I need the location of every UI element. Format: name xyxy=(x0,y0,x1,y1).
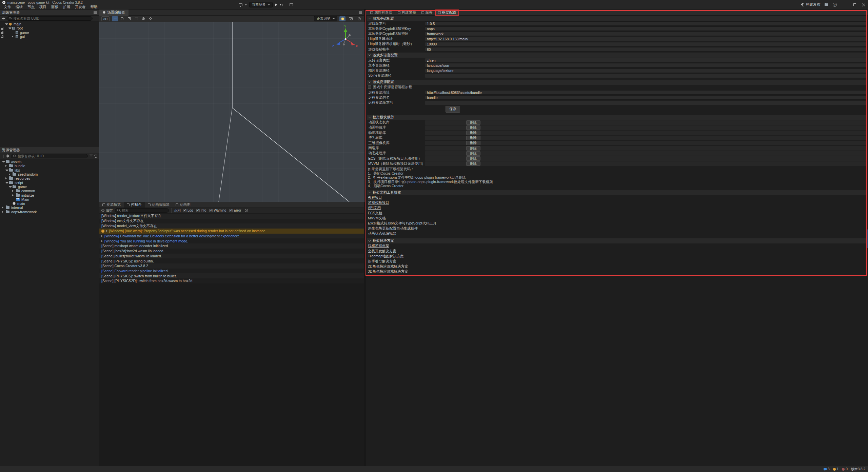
console-tab[interactable]: 动画编辑器 xyxy=(145,202,173,208)
create-node-button[interactable] xyxy=(2,17,5,20)
tree-node[interactable]: initialize xyxy=(0,193,99,197)
log-row[interactable]: [Window] ecs文件夹不存在 xyxy=(99,219,364,224)
tree-node[interactable]: seedrandom xyxy=(0,172,99,176)
doc-link[interactable]: 动画状态机编辑器 xyxy=(368,231,396,236)
log-row[interactable]: [Scene] meshopt wasm decoder initialized xyxy=(99,243,364,249)
rect-tool-button[interactable] xyxy=(133,16,139,21)
scene-light-toggle[interactable] xyxy=(339,16,346,21)
delete-module-button[interactable]: 删除 xyxy=(466,151,480,156)
field-input[interactable] xyxy=(425,90,867,95)
doc-link[interactable]: ECS文档 xyxy=(368,211,382,216)
expand-arrow[interactable] xyxy=(2,211,5,213)
log-row[interactable]: ![Window] [Vue warn]: Property "onInput"… xyxy=(99,229,364,234)
log-row[interactable]: [Window] Download the Vue Devtools exten… xyxy=(99,234,364,239)
clear-console-button[interactable]: 清空 xyxy=(101,208,113,213)
panel-menu-icon[interactable] xyxy=(94,11,97,14)
field-input[interactable] xyxy=(425,95,867,100)
menubar-item[interactable]: 开发者 xyxy=(73,4,88,9)
section-header[interactable]: 游戏基础配置 xyxy=(367,16,867,21)
tree-node[interactable]: bundle xyxy=(0,164,99,168)
log-row[interactable]: [Scene] Forward render pipeline initiali… xyxy=(99,269,364,274)
tree-node[interactable]: main xyxy=(0,22,99,26)
panel-menu-icon[interactable] xyxy=(359,11,362,14)
log-row[interactable]: [Scene] Cocos Creator v3.8.2 xyxy=(99,263,364,269)
lock-icon[interactable] xyxy=(0,31,4,35)
hierarchy-search-input[interactable] xyxy=(13,17,90,20)
doc-link[interactable]: 游戏模板项目 xyxy=(368,200,389,205)
expand-arrow[interactable] xyxy=(5,23,8,25)
pivot-button[interactable] xyxy=(147,16,154,21)
open-project-folder-icon[interactable] xyxy=(825,3,828,6)
view-gizmo[interactable]: Y X Z xyxy=(331,25,360,52)
doc-link[interactable]: API文档 xyxy=(368,205,381,210)
tree-node[interactable]: game xyxy=(0,185,99,189)
delete-module-button[interactable]: 删除 xyxy=(466,131,480,135)
regex-toggle[interactable]: 正则 xyxy=(171,208,181,213)
tree-node[interactable]: main xyxy=(0,201,99,205)
menubar-item[interactable]: 帮助 xyxy=(88,4,100,9)
console-tab[interactable]: 资源预览 xyxy=(99,202,124,208)
tree-node[interactable]: internal xyxy=(0,205,99,210)
panel-menu-icon[interactable] xyxy=(94,149,97,151)
checkbox-icon[interactable] xyxy=(183,209,186,212)
hierarchy-search[interactable] xyxy=(6,16,93,21)
checkbox-icon[interactable] xyxy=(196,209,200,212)
build-publish-button[interactable]: 构建发布 xyxy=(801,2,820,7)
scene-viewport[interactable]: Y X Z xyxy=(99,22,364,202)
menubar-item[interactable]: 扩展 xyxy=(61,4,73,9)
save-button[interactable]: 保存 xyxy=(446,106,460,113)
lock-icon[interactable] xyxy=(0,26,4,30)
solution-link[interactable]: Tiledmap地图解决方案 xyxy=(368,254,404,259)
menubar-item[interactable]: 文件 xyxy=(1,4,13,9)
lock-icon[interactable] xyxy=(0,35,4,39)
expand-arrow[interactable] xyxy=(12,36,15,38)
log-row[interactable]: [Scene] [bullet]:bullet wasm lib loaded. xyxy=(99,254,364,259)
panel-menu-icon[interactable] xyxy=(359,204,362,206)
field-input[interactable] xyxy=(425,74,867,78)
field-input[interactable] xyxy=(425,42,867,46)
inspector-tab[interactable]: 服务 xyxy=(419,9,435,16)
expand-arrow[interactable] xyxy=(106,230,107,232)
scene-settings-button[interactable] xyxy=(356,16,362,21)
delete-module-button[interactable]: 删除 xyxy=(466,146,480,151)
tree-node[interactable]: assets xyxy=(0,160,99,164)
field-input[interactable] xyxy=(425,63,867,67)
filter-icon[interactable] xyxy=(90,155,93,157)
delete-module-button[interactable]: 删除 xyxy=(466,120,480,125)
remote-load-checkbox[interactable] xyxy=(368,85,371,89)
section-header[interactable]: 框架解决方案 xyxy=(367,238,867,243)
console-filter[interactable]: Warning xyxy=(209,209,226,212)
scene-editor-tab[interactable]: 场景编辑器 xyxy=(99,9,129,16)
console-filter[interactable]: Error xyxy=(229,209,241,212)
console-search-input[interactable] xyxy=(122,209,166,212)
solution-link[interactable]: 全栈开发解决方案 xyxy=(368,249,396,254)
tree-node[interactable]: root xyxy=(0,26,99,30)
solution-link[interactable]: 2D角色扮演游戏解决方案 xyxy=(368,264,408,269)
view-mode-select[interactable]: 正常浏览 xyxy=(314,16,337,21)
console-tab[interactable]: 控制台 xyxy=(124,202,145,208)
doc-link[interactable]: 教程项目 xyxy=(368,195,382,200)
scrollbar-thumb[interactable] xyxy=(867,229,868,248)
expand-arrow[interactable] xyxy=(101,235,103,237)
console-filter[interactable]: Log xyxy=(183,209,193,212)
log-row[interactable]: [Window] You are running Vue in developm… xyxy=(99,238,364,243)
create-asset-button[interactable] xyxy=(2,155,5,158)
console-tab[interactable]: 动画图 xyxy=(173,202,194,208)
close-button[interactable] xyxy=(862,3,865,6)
field-input[interactable] xyxy=(425,26,867,31)
warning-count[interactable]: 1 xyxy=(833,467,839,471)
move-tool-button[interactable] xyxy=(112,16,118,21)
expand-arrow[interactable] xyxy=(9,186,12,188)
assets-search[interactable] xyxy=(11,154,88,158)
expand-arrow[interactable] xyxy=(101,240,103,242)
expand-arrow[interactable] xyxy=(5,182,8,183)
tree-node[interactable]: script xyxy=(0,180,99,184)
log-row[interactable]: [Scene] [PHYSICS]: using builtin. xyxy=(99,258,364,263)
console-filter[interactable]: Info xyxy=(196,209,206,212)
assets-search-input[interactable] xyxy=(18,154,85,158)
3d-2d-toggle[interactable]: 3D xyxy=(101,16,110,21)
expand-arrow[interactable] xyxy=(12,190,15,192)
help-icon[interactable]: ? xyxy=(833,3,837,7)
expand-arrow[interactable] xyxy=(12,194,15,196)
solution-link[interactable]: 3D角色扮演游戏解决方案 xyxy=(368,269,408,274)
